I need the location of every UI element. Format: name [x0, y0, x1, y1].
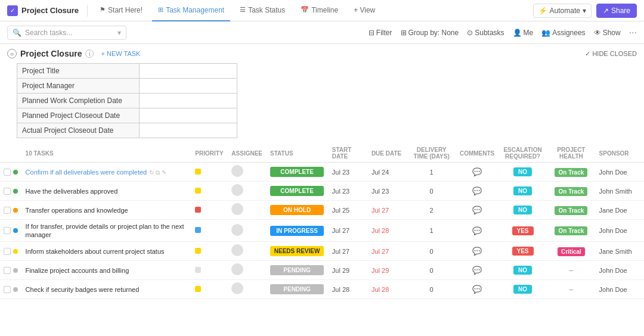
table-row: Check if security badges were returned P…: [0, 280, 644, 299]
show-button[interactable]: 👁 Show: [594, 29, 621, 37]
assignee-cell: [228, 299, 267, 300]
status-cell: PENDING: [267, 261, 329, 280]
priority-indicator: [195, 188, 201, 194]
col-priority-header: PRIORITY: [191, 144, 228, 163]
task-name-cell: Check if security badges were returned: [22, 280, 192, 299]
col-check-header: [0, 144, 22, 163]
task-dot: [13, 170, 18, 175]
row-checkbox[interactable]: [4, 248, 11, 255]
due-date-cell: Jul 28: [368, 280, 407, 299]
form-value[interactable]: [140, 123, 237, 138]
row-check-cell: [0, 201, 22, 220]
status-badge[interactable]: IN PROGRESS: [270, 226, 324, 236]
avatar: [231, 263, 243, 275]
calendar-icon: 📅: [301, 6, 309, 14]
comment-icon[interactable]: 💬: [472, 266, 482, 275]
status-badge[interactable]: PENDING: [270, 284, 324, 294]
section-title: Project Closure: [20, 49, 82, 58]
form-value[interactable]: [140, 108, 237, 123]
comment-icon[interactable]: 💬: [472, 285, 482, 294]
status-badge[interactable]: NEEDS REVIEW: [270, 246, 324, 256]
form-value[interactable]: [140, 79, 237, 94]
col-delivery-header: DELIVERY TIME (DAYS): [407, 144, 456, 163]
start-date-cell: Jul 28: [329, 280, 368, 299]
delivery-time-cell: 0: [407, 242, 456, 261]
table-row: Inform stakeholders about current projec…: [0, 242, 644, 261]
comment-icon[interactable]: 💬: [472, 206, 482, 214]
tab-timeline[interactable]: 📅 Timeline: [295, 0, 344, 21]
tab-view[interactable]: + View: [348, 0, 381, 21]
subtasks-button[interactable]: ⊙ Subtasks: [467, 29, 504, 37]
row-checkbox[interactable]: [4, 169, 11, 176]
due-date-cell: Jul 23: [368, 182, 407, 201]
comments-cell: 💬: [456, 163, 499, 182]
priority-cell: [191, 163, 228, 182]
section-toggle[interactable]: ○: [7, 49, 17, 58]
status-badge[interactable]: COMPLETE: [270, 186, 324, 196]
health-cell: On Track: [547, 201, 595, 220]
task-table-container: 10 TASKS PRIORITY ASSIGNEE STATUS START …: [0, 144, 644, 299]
automate-button[interactable]: ⚡ Automate ▾: [533, 4, 592, 18]
comment-icon[interactable]: 💬: [472, 226, 482, 235]
assignees-button[interactable]: 👥 Assignees: [541, 29, 585, 37]
assignee-cell: [228, 163, 267, 182]
comments-cell: 💬: [456, 242, 499, 261]
form-value[interactable]: [140, 94, 237, 108]
me-button[interactable]: 👤 Me: [513, 29, 534, 37]
person-icon: 👤: [513, 29, 522, 37]
group-by-button[interactable]: ⊞ Group by: None: [401, 29, 459, 37]
escalation-badge: YES: [512, 226, 534, 235]
priority-cell: [191, 242, 228, 261]
tab-task-management[interactable]: ⊞ Task Management: [152, 0, 230, 21]
row-checkbox[interactable]: [4, 227, 11, 234]
status-badge[interactable]: PENDING: [270, 265, 324, 275]
task-dot: [13, 189, 18, 194]
tab-task-status[interactable]: ☰ Task Status: [234, 0, 291, 21]
row-checkbox[interactable]: [4, 188, 11, 195]
copy-icon[interactable]: ⧉: [156, 169, 160, 176]
comment-icon[interactable]: 💬: [472, 186, 482, 195]
comments-cell: 💬: [456, 182, 499, 201]
info-icon[interactable]: i: [85, 49, 94, 58]
row-check-cell: [0, 299, 22, 300]
avatar: [231, 203, 243, 215]
more-options-button[interactable]: ···: [629, 27, 637, 38]
due-date-cell: Jul 31: [368, 299, 407, 300]
start-date-cell: Jul 25: [329, 201, 368, 220]
task-name-cell: Transfer operations and knowledge: [22, 201, 192, 220]
refresh-icon[interactable]: ↻: [149, 169, 154, 176]
due-date-cell: Jul 27: [368, 201, 407, 220]
share-button[interactable]: ↗ Share: [596, 4, 637, 18]
form-row: Planned Work Completion Date: [17, 94, 237, 108]
edit-icon[interactable]: ✎: [162, 169, 166, 176]
status-badge[interactable]: COMPLETE: [270, 167, 324, 177]
hide-closed-button[interactable]: ✓ HIDE CLOSED: [585, 50, 637, 58]
row-checkbox[interactable]: [4, 286, 11, 293]
escalation-badge: NO: [513, 206, 532, 214]
start-date-cell: Jul 27: [329, 242, 368, 261]
new-task-button[interactable]: + NEW TASK: [97, 49, 144, 58]
form-label: Planned Project Closeout Date: [17, 108, 140, 123]
start-date-cell: Jul 29: [329, 261, 368, 280]
chevron-down-icon: ▾: [583, 7, 586, 15]
share-icon: ↗: [603, 7, 609, 15]
tab-start-here[interactable]: ⚑ Start Here!: [94, 0, 148, 21]
status-badge[interactable]: ON HOLD: [270, 205, 324, 215]
task-dot: [13, 249, 18, 254]
row-checkbox[interactable]: [4, 207, 11, 214]
row-checkbox[interactable]: [4, 267, 11, 274]
form-value[interactable]: [140, 64, 237, 79]
task-name-cell: Confirm if all deliverables were complet…: [22, 163, 192, 182]
avatar: [231, 184, 243, 196]
sponsor-cell: Jane Doe: [596, 201, 644, 220]
task-name: Transfer operations and knowledge: [26, 207, 128, 214]
delivery-time-cell: 2: [407, 201, 456, 220]
comment-icon[interactable]: 💬: [472, 247, 482, 256]
search-input[interactable]: 🔍 Search tasks... ▾: [7, 26, 126, 40]
comment-icon[interactable]: 💬: [472, 167, 482, 176]
due-date-cell: Jul 27: [368, 242, 407, 261]
filter-button[interactable]: ⊟ Filter: [369, 29, 392, 37]
health-cell: –: [547, 299, 595, 300]
task-link[interactable]: Confirm if all deliverables were complet…: [26, 169, 147, 176]
flag-icon: ⚑: [100, 6, 106, 14]
